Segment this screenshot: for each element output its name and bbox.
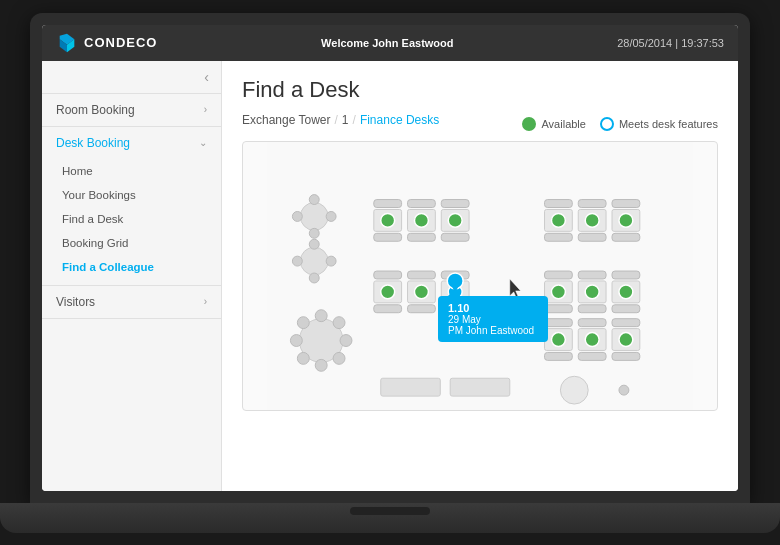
svg-rect-48	[408, 271, 436, 279]
sidebar-collapse-btn[interactable]: ‹	[42, 61, 221, 94]
floor-plan-svg	[243, 142, 717, 410]
svg-rect-45	[578, 233, 606, 241]
svg-point-21	[297, 352, 309, 364]
header-datetime: 28/05/2014 | 19:37:53	[617, 37, 724, 49]
svg-rect-36	[578, 199, 606, 207]
floor-plan[interactable]: 1.10 29 May PM John Eastwood	[242, 141, 718, 411]
sidebar-desk-booking-header[interactable]: Desk Booking ⌄	[42, 127, 221, 159]
svg-rect-59	[545, 271, 573, 279]
svg-rect-61	[612, 271, 640, 279]
svg-rect-72	[578, 318, 606, 326]
svg-rect-24	[408, 199, 436, 207]
svg-point-6	[309, 228, 319, 238]
svg-rect-81	[578, 352, 606, 360]
svg-point-13	[326, 256, 336, 266]
breadcrumb-exchange-tower[interactable]: Exchange Tower	[242, 113, 331, 127]
svg-point-19	[297, 316, 309, 328]
svg-point-15	[315, 309, 327, 321]
header-welcome: Welcome John Eastwood	[321, 37, 453, 49]
svg-point-18	[340, 334, 352, 346]
svg-point-22	[333, 352, 345, 364]
svg-rect-37	[612, 199, 640, 207]
desk-popup[interactable]: 1.10 29 May PM John Eastwood	[438, 296, 548, 342]
svg-point-39	[551, 213, 565, 227]
popup-user: PM John Eastwood	[448, 325, 538, 336]
svg-rect-68	[545, 304, 573, 312]
svg-rect-25	[441, 199, 469, 207]
svg-point-86	[619, 385, 629, 395]
popup-date: 29 May	[448, 314, 538, 325]
svg-rect-60	[578, 271, 606, 279]
breadcrumb-finance-desks: Finance Desks	[360, 113, 439, 127]
svg-point-12	[292, 256, 302, 266]
svg-point-43	[619, 213, 633, 227]
condeco-logo-icon	[56, 32, 78, 54]
legend-meets-features: Meets desk features	[600, 117, 718, 131]
page-title: Find a Desk	[242, 77, 718, 103]
svg-point-5	[309, 194, 319, 204]
collapse-icon[interactable]: ‹	[204, 69, 209, 85]
svg-point-51	[381, 284, 395, 298]
sidebar: ‹ Room Booking › Desk Booking ⌄	[42, 61, 222, 491]
svg-rect-23	[374, 199, 402, 207]
sidebar-item-booking-grid[interactable]: Booking Grid	[42, 231, 221, 255]
sidebar-visitors-header[interactable]: Visitors ›	[42, 286, 221, 318]
sidebar-item-find-a-desk[interactable]: Find a Desk	[42, 207, 221, 231]
available-dot	[522, 117, 536, 131]
svg-rect-44	[545, 233, 573, 241]
svg-point-17	[290, 334, 302, 346]
svg-rect-73	[612, 318, 640, 326]
svg-rect-57	[408, 304, 436, 312]
chevron-up-icon: ⌄	[199, 137, 207, 148]
svg-point-8	[326, 211, 336, 221]
svg-point-16	[315, 359, 327, 371]
chevron-down-icon: ›	[204, 104, 207, 115]
breadcrumb-1[interactable]: 1	[342, 113, 349, 127]
sidebar-item-find-a-colleague[interactable]: Find a Colleague	[42, 255, 221, 279]
sidebar-section-room-booking: Room Booking ›	[42, 94, 221, 127]
svg-point-31	[448, 213, 462, 227]
app-header: CONDECO Welcome John Eastwood 28/05/2014…	[42, 25, 738, 61]
svg-point-75	[551, 332, 565, 346]
sidebar-section-desk-booking: Desk Booking ⌄ Home Your Bookings Find a…	[42, 127, 221, 286]
sidebar-room-booking-header[interactable]: Room Booking ›	[42, 94, 221, 126]
svg-point-41	[585, 213, 599, 227]
svg-rect-70	[612, 304, 640, 312]
sidebar-item-home[interactable]: Home	[42, 159, 221, 183]
svg-rect-71	[545, 318, 573, 326]
app-body: ‹ Room Booking › Desk Booking ⌄	[42, 61, 738, 491]
svg-point-53	[414, 284, 428, 298]
meets-features-dot	[600, 117, 614, 131]
legend-available: Available	[522, 117, 585, 131]
svg-point-7	[292, 211, 302, 221]
logo: CONDECO	[56, 32, 157, 54]
chevron-down-icon-visitors: ›	[204, 296, 207, 307]
sidebar-item-your-bookings[interactable]: Your Bookings	[42, 183, 221, 207]
svg-rect-83	[381, 378, 441, 396]
svg-point-9	[300, 247, 328, 275]
svg-point-10	[309, 239, 319, 249]
svg-point-77	[585, 332, 599, 346]
svg-rect-82	[612, 352, 640, 360]
legend: Available Meets desk features	[522, 117, 718, 131]
svg-point-11	[309, 273, 319, 283]
popup-desk-id: 1.10	[448, 302, 538, 314]
svg-point-4	[300, 202, 328, 230]
svg-rect-46	[612, 233, 640, 241]
svg-rect-47	[374, 271, 402, 279]
svg-point-29	[414, 213, 428, 227]
svg-point-79	[619, 332, 633, 346]
svg-rect-80	[545, 352, 573, 360]
svg-point-67	[619, 284, 633, 298]
main-content: Available Meets desk features Find a Des…	[222, 61, 738, 491]
svg-rect-34	[441, 233, 469, 241]
svg-point-63	[551, 284, 565, 298]
svg-rect-35	[545, 199, 573, 207]
logo-text: CONDECO	[84, 35, 157, 50]
laptop-base	[0, 503, 780, 533]
sidebar-section-visitors: Visitors ›	[42, 286, 221, 319]
svg-rect-69	[578, 304, 606, 312]
svg-point-65	[585, 284, 599, 298]
svg-point-85	[560, 376, 588, 404]
svg-point-20	[333, 316, 345, 328]
